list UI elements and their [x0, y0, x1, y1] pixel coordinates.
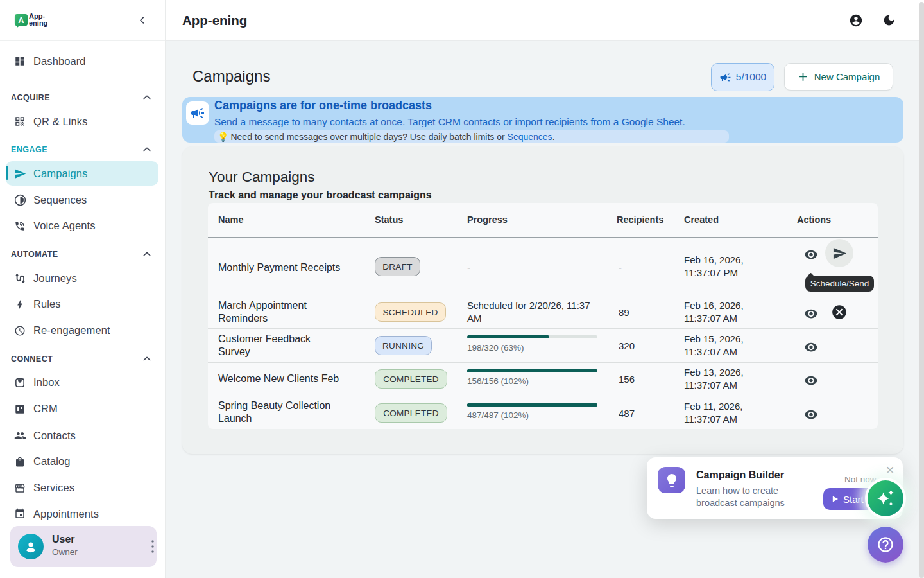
- svg-text:A: A: [18, 15, 24, 25]
